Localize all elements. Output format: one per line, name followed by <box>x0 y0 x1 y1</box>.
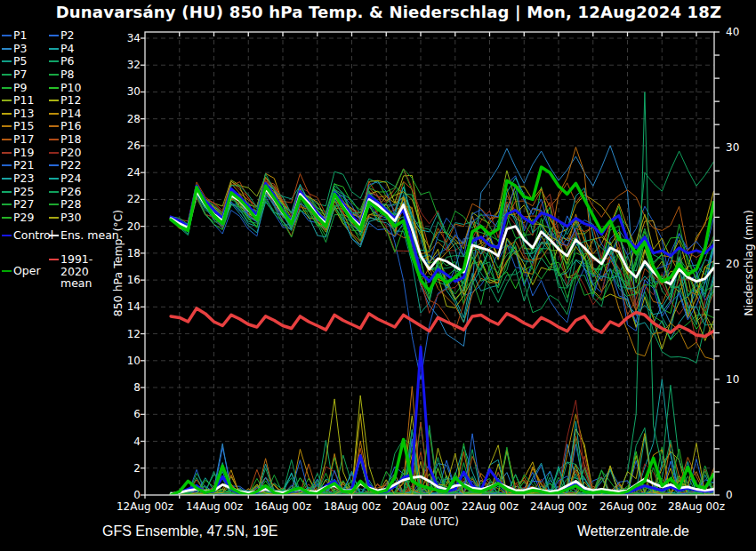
y-left-tick-label: 6 <box>103 408 141 420</box>
y-right-tick-label: 10 <box>726 373 739 386</box>
x-tick-label: 20Aug 00z <box>381 500 461 513</box>
footer-model-info: GFS Ensemble, 47.5N, 19E <box>102 523 277 539</box>
x-tick-label: 16Aug 00z <box>243 500 323 513</box>
y-left-tick-label: 24 <box>103 166 141 179</box>
y-left-tick-label: 22 <box>103 193 141 205</box>
y-right-tick-label: 20 <box>726 258 739 270</box>
right-axis-title: Niederschlag (mm) <box>742 210 755 316</box>
x-tick-label: 28Aug 00z <box>656 500 736 513</box>
y-left-tick-label: 26 <box>103 140 141 152</box>
y-left-tick-label: 8 <box>103 381 141 394</box>
x-tick-label: 12Aug 00z <box>105 500 185 513</box>
y-left-tick-label: 28 <box>103 113 141 125</box>
y-left-tick-label: 2 <box>103 462 141 475</box>
y-left-tick-label: 32 <box>103 59 141 71</box>
y-left-tick-label: 10 <box>103 355 141 367</box>
left-axis-title: 850 hPa Temp. (°C) <box>111 210 125 316</box>
x-tick-label: 24Aug 00z <box>519 500 599 513</box>
y-left-tick-label: 4 <box>103 435 141 448</box>
footer-site-name: Wetterzentrale.de <box>577 523 689 539</box>
y-right-tick-label: 30 <box>726 141 739 154</box>
y-right-tick-label: 40 <box>726 26 739 38</box>
y-left-tick-label: 12 <box>103 328 141 340</box>
x-axis-title: Date (UTC) <box>400 515 459 528</box>
y-left-tick-label: 30 <box>103 85 141 98</box>
y-left-tick-label: 0 <box>103 489 141 501</box>
y-right-tick-label: 0 <box>726 489 733 501</box>
meteogram-screenshot: Dunavarsány (HU) 850 hPa Temp. & Nieders… <box>0 0 756 551</box>
y-left-tick-label: 34 <box>103 32 141 44</box>
